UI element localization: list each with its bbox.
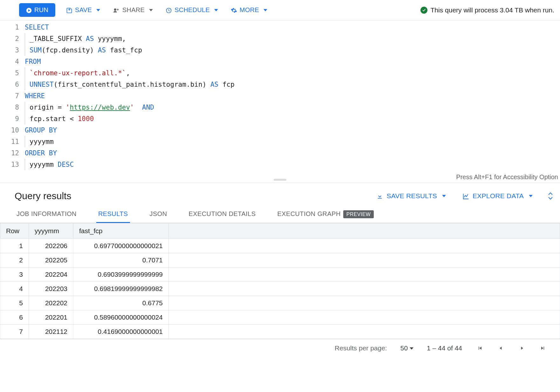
more-button[interactable]: MORE: [229, 4, 269, 16]
code-content[interactable]: FROM: [25, 56, 41, 67]
code-line[interactable]: 12ORDER BY: [0, 147, 560, 159]
tab-label: EXECUTION DETAILS: [188, 210, 256, 217]
tab-execution-details[interactable]: EXECUTION DETAILS: [187, 206, 257, 223]
run-button[interactable]: RUN: [19, 3, 55, 17]
chevron-down-icon: [410, 344, 413, 352]
gear-icon: [231, 6, 237, 14]
tab-job-information[interactable]: JOB INFORMATION: [15, 206, 79, 223]
code-content[interactable]: yyyymm DESC: [25, 159, 74, 170]
column-header[interactable]: fast_fcp: [73, 223, 169, 239]
line-number: 6: [0, 79, 25, 90]
chevron-down-icon: [149, 8, 153, 12]
cell-filler: [169, 282, 560, 296]
expand-collapse-icon[interactable]: [547, 192, 554, 200]
svg-point-1: [114, 9, 116, 11]
share-icon: [113, 6, 120, 14]
save-results-button[interactable]: SAVE RESULTS: [374, 192, 448, 200]
share-button[interactable]: SHARE: [111, 4, 155, 17]
explore-data-button[interactable]: EXPLORE DATA: [461, 192, 535, 200]
row-index: 4: [0, 282, 29, 296]
resize-handle[interactable]: [274, 179, 286, 181]
editor-footer: Press Alt+F1 for Accessibility Option: [0, 173, 560, 183]
code-line[interactable]: 11yyyymm: [0, 136, 560, 147]
table-row[interactable]: 72021120.4169000000000001: [0, 325, 560, 339]
code-content[interactable]: ORDER BY: [25, 147, 57, 159]
line-number: 1: [0, 22, 25, 33]
cell-fast-fcp: 0.6775: [73, 296, 169, 310]
tab-label: EXECUTION GRAPH: [277, 210, 340, 217]
chevron-down-icon: [529, 194, 533, 198]
tab-results[interactable]: RESULTS: [96, 206, 130, 223]
code-content[interactable]: WHERE: [25, 90, 45, 102]
cell-yyyymm: 202206: [29, 239, 73, 253]
prev-page-button[interactable]: [496, 344, 505, 353]
code-content[interactable]: fcp.start < 1000: [25, 113, 94, 125]
code-content[interactable]: _TABLE_SUFFIX AS yyyymm,: [25, 33, 126, 44]
row-index: 7: [0, 325, 29, 339]
code-content[interactable]: `chrome-ux-report.all.*`,: [25, 67, 130, 79]
table-row[interactable]: 12022060.69770000000000021: [0, 239, 560, 253]
table-row[interactable]: 22022050.7071: [0, 253, 560, 267]
row-index: 1: [0, 239, 29, 253]
code-content[interactable]: GROUP BY: [25, 125, 57, 136]
column-header[interactable]: Row: [0, 223, 29, 239]
download-icon: [376, 192, 383, 200]
table-row[interactable]: 52022020.6775: [0, 296, 560, 310]
table-row[interactable]: 62022010.58960000000000024: [0, 310, 560, 325]
results-per-page-label: Results per page:: [335, 344, 387, 352]
clock-icon: [166, 6, 172, 14]
code-line[interactable]: 5`chrome-ux-report.all.*`,: [0, 67, 560, 79]
cell-yyyymm: 202112: [29, 325, 73, 339]
code-line[interactable]: 10GROUP BY: [0, 125, 560, 136]
first-page-button[interactable]: [475, 344, 484, 353]
results-header: Query results SAVE RESULTS EXPLORE DATA: [0, 183, 560, 206]
code-line[interactable]: 3SUM(fcp.density) AS fast_fcp: [0, 44, 560, 56]
tab-label: RESULTS: [98, 210, 128, 217]
results-pager: Results per page: 50 1 – 44 of 44: [0, 339, 560, 357]
save-button[interactable]: SAVE: [64, 4, 102, 16]
line-number: 8: [0, 102, 25, 113]
line-number: 5: [0, 67, 25, 79]
code-content[interactable]: yyyymm: [25, 136, 54, 147]
cell-yyyymm: 202202: [29, 296, 73, 310]
code-line[interactable]: 9fcp.start < 1000: [0, 113, 560, 125]
page-size-select[interactable]: 50: [400, 344, 413, 352]
column-header-filler: [169, 223, 560, 239]
cell-filler: [169, 253, 560, 267]
line-number: 11: [0, 136, 25, 147]
table-row[interactable]: 42022030.69819999999999982: [0, 282, 560, 296]
results-table: Rowyyyymmfast_fcp12022060.69770000000000…: [0, 223, 560, 339]
cell-fast-fcp: 0.69819999999999982: [73, 282, 169, 296]
line-number: 7: [0, 90, 25, 102]
code-content[interactable]: UNNEST(first_contentful_paint.histogram.…: [25, 79, 235, 90]
schedule-button[interactable]: SCHEDULE: [164, 4, 220, 16]
sql-editor[interactable]: 1SELECT2_TABLE_SUFFIX AS yyyymm,3SUM(fcp…: [0, 20, 560, 172]
tab-json[interactable]: JSON: [148, 206, 169, 223]
code-line[interactable]: 4FROM: [0, 56, 560, 67]
line-number: 4: [0, 56, 25, 67]
code-line[interactable]: 7WHERE: [0, 90, 560, 102]
row-index: 3: [0, 267, 29, 282]
table-header-row: Rowyyyymmfast_fcp: [0, 223, 560, 239]
table-row[interactable]: 32022040.6903999999999999: [0, 267, 560, 282]
tab-execution-graph[interactable]: EXECUTION GRAPHPREVIEW: [275, 206, 376, 223]
chevron-down-icon: [214, 8, 218, 12]
code-line[interactable]: 1SELECT: [0, 22, 560, 33]
code-line[interactable]: 13yyyymm DESC: [0, 159, 560, 170]
code-content[interactable]: SUM(fcp.density) AS fast_fcp: [25, 44, 142, 56]
save-label: SAVE: [75, 6, 92, 14]
cell-filler: [169, 310, 560, 325]
code-content[interactable]: SELECT: [25, 22, 49, 33]
code-content[interactable]: origin = 'https://web.dev' AND: [25, 102, 154, 113]
cell-filler: [169, 296, 560, 310]
more-label: MORE: [240, 6, 259, 14]
explore-data-label: EXPLORE DATA: [473, 192, 524, 200]
column-header[interactable]: yyyymm: [29, 223, 73, 239]
query-toolbar: RUN SAVE SHARE SCHEDULE: [0, 0, 560, 20]
last-page-button[interactable]: [538, 344, 547, 353]
code-line[interactable]: 8origin = 'https://web.dev' AND: [0, 102, 560, 113]
code-line[interactable]: 2_TABLE_SUFFIX AS yyyymm,: [0, 33, 560, 44]
next-page-button[interactable]: [517, 344, 526, 353]
schedule-label: SCHEDULE: [174, 6, 210, 14]
code-line[interactable]: 6UNNEST(first_contentful_paint.histogram…: [0, 79, 560, 90]
